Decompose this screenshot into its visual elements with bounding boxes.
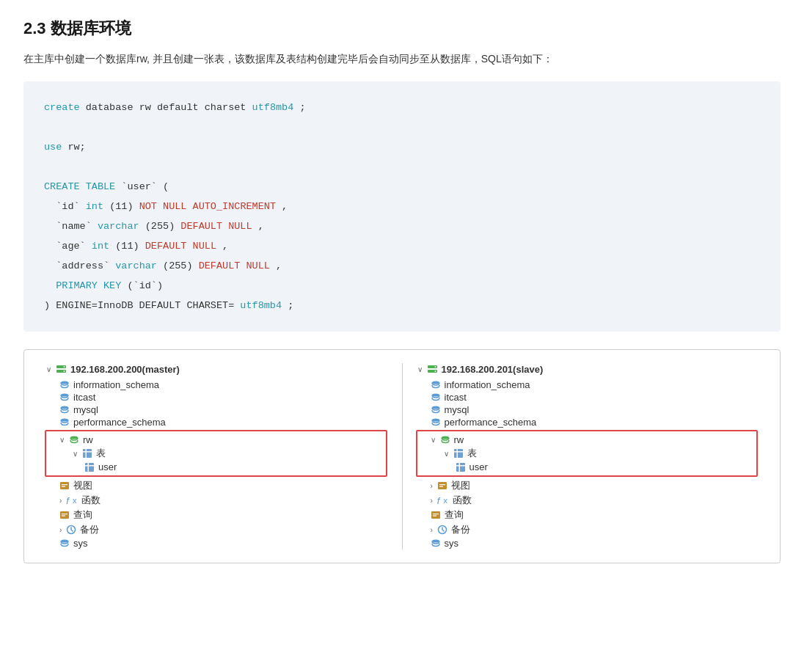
svg-rect-11 xyxy=(86,449,87,458)
code-line-name: `name` varchar (255) DEFAULT NULL , xyxy=(44,216,760,236)
slave-rw-highlight: ∨ rw ∨ 表 xyxy=(416,430,759,477)
db-icon xyxy=(431,417,441,428)
svg-rect-17 xyxy=(62,486,65,487)
master-chevron: ∨ xyxy=(46,365,51,373)
svg-point-28 xyxy=(432,393,439,396)
table-folder-icon xyxy=(82,448,92,459)
db-green-icon xyxy=(440,435,450,445)
code-line-create-table: CREATE TABLE `user` ( xyxy=(44,177,760,197)
code-line-1: create database rw default charset utf8m… xyxy=(44,98,760,117)
code-line-blank1 xyxy=(44,117,760,137)
master-db-rw[interactable]: ∨ rw xyxy=(59,434,381,446)
svg-rect-33 xyxy=(454,451,463,453)
db-icon xyxy=(431,405,441,415)
svg-point-2 xyxy=(64,366,65,368)
svg-point-3 xyxy=(64,370,65,372)
master-root[interactable]: ∨ 192.168.200.200(master) xyxy=(46,363,387,376)
view-icon xyxy=(59,481,70,491)
svg-rect-43 xyxy=(433,516,436,516)
table-icon xyxy=(456,462,466,472)
svg-rect-20 xyxy=(62,516,65,516)
svg-rect-39 xyxy=(439,484,445,485)
code-block: create database rw default charset utf8m… xyxy=(23,81,781,332)
svg-rect-32 xyxy=(454,449,463,458)
code-line-use: use rw; xyxy=(44,137,760,157)
svg-point-22 xyxy=(61,539,68,542)
query-icon xyxy=(59,510,70,520)
svg-point-8 xyxy=(70,436,78,439)
kw-create: create xyxy=(44,102,80,113)
svg-point-6 xyxy=(61,406,68,409)
svg-rect-38 xyxy=(438,482,447,489)
svg-point-29 xyxy=(432,406,439,409)
master-view[interactable]: 视图 xyxy=(59,478,387,493)
slave-label: 192.168.200.201(slave) xyxy=(442,364,544,375)
svg-point-45 xyxy=(432,539,439,542)
section-title: 2.3 数据库环境 xyxy=(23,18,781,40)
db-icon xyxy=(59,392,70,403)
svg-rect-36 xyxy=(456,465,465,467)
section-number: 2.3 xyxy=(23,19,46,37)
slave-backup[interactable]: › 备份 xyxy=(431,522,759,537)
master-db-perf[interactable]: performance_schema xyxy=(59,416,387,428)
master-db-itcast[interactable]: itcast xyxy=(59,391,387,403)
db-icon xyxy=(431,392,441,403)
master-db-info[interactable]: information_schema xyxy=(59,379,387,391)
slave-db-perf[interactable]: performance_schema xyxy=(431,416,759,428)
svg-rect-19 xyxy=(62,514,67,514)
svg-rect-16 xyxy=(62,484,67,485)
slave-db-itcast[interactable]: itcast xyxy=(431,391,759,403)
table-icon xyxy=(84,462,95,472)
svg-point-25 xyxy=(434,366,436,368)
db-icon xyxy=(431,538,441,549)
section-description: 在主库中创建一个数据库rw, 并且创建一张表，该数据库及表结构创建完毕后会自动同… xyxy=(23,50,781,68)
svg-rect-13 xyxy=(85,465,94,467)
svg-point-4 xyxy=(61,381,68,384)
server-icon xyxy=(427,364,438,375)
db-icon xyxy=(59,417,70,428)
code-line-id: `id` int (11) NOT NULL AUTO_INCREMENT , xyxy=(44,197,760,216)
section-heading: 数据库环境 xyxy=(51,19,131,37)
server-icon xyxy=(56,364,67,375)
query-icon xyxy=(431,510,441,520)
code-line-pk: PRIMARY KEY (`id`) xyxy=(44,276,760,296)
slave-view[interactable]: › 视图 xyxy=(431,478,759,493)
svg-point-31 xyxy=(442,436,449,439)
master-rw-highlight: ∨ rw ∨ 表 xyxy=(45,430,387,477)
master-db-sys[interactable]: sys xyxy=(59,537,387,549)
code-line-address: `address` varchar (255) DEFAULT NULL , xyxy=(44,256,760,276)
slave-chevron: ∨ xyxy=(417,365,423,373)
slave-folder-table[interactable]: ∨ 表 xyxy=(444,446,753,461)
slave-func[interactable]: › fx 函数 xyxy=(431,493,759,508)
svg-rect-9 xyxy=(83,449,92,458)
slave-db-info[interactable]: information_schema xyxy=(431,379,759,391)
code-line-engine: ) ENGINE=InnoDB DEFAULT CHARSET= utf8mb4… xyxy=(44,296,760,315)
svg-rect-34 xyxy=(456,449,458,458)
db-icon xyxy=(59,538,70,549)
svg-rect-15 xyxy=(60,482,69,489)
slave-db-rw[interactable]: ∨ rw xyxy=(431,434,753,446)
svg-point-30 xyxy=(432,418,439,421)
master-label: 192.168.200.200(master) xyxy=(70,364,180,375)
slave-root[interactable]: ∨ 192.168.200.201(slave) xyxy=(417,363,759,376)
svg-point-26 xyxy=(434,370,436,372)
master-func[interactable]: › fx 函数 xyxy=(59,493,387,508)
slave-query[interactable]: 查询 xyxy=(431,508,759,522)
table-folder-icon xyxy=(453,448,464,459)
db-panel: ∨ 192.168.200.200(master) information_sc… xyxy=(23,349,781,563)
panel-divider xyxy=(402,363,403,549)
master-db-mysql[interactable]: mysql xyxy=(59,403,387,416)
master-backup[interactable]: › 备份 xyxy=(59,522,387,537)
master-query[interactable]: 查询 xyxy=(59,508,387,522)
slave-side: ∨ 192.168.200.201(slave) information_sch… xyxy=(410,363,766,549)
svg-rect-42 xyxy=(433,514,439,514)
master-table-user[interactable]: user xyxy=(84,461,381,473)
svg-rect-37 xyxy=(458,463,460,472)
svg-rect-12 xyxy=(85,463,94,472)
slave-table-user[interactable]: user xyxy=(456,461,753,473)
svg-rect-41 xyxy=(431,511,440,519)
slave-db-sys[interactable]: sys xyxy=(431,537,759,549)
db-icon xyxy=(431,380,441,390)
slave-db-mysql[interactable]: mysql xyxy=(431,403,759,416)
master-folder-table[interactable]: ∨ 表 xyxy=(73,446,381,461)
